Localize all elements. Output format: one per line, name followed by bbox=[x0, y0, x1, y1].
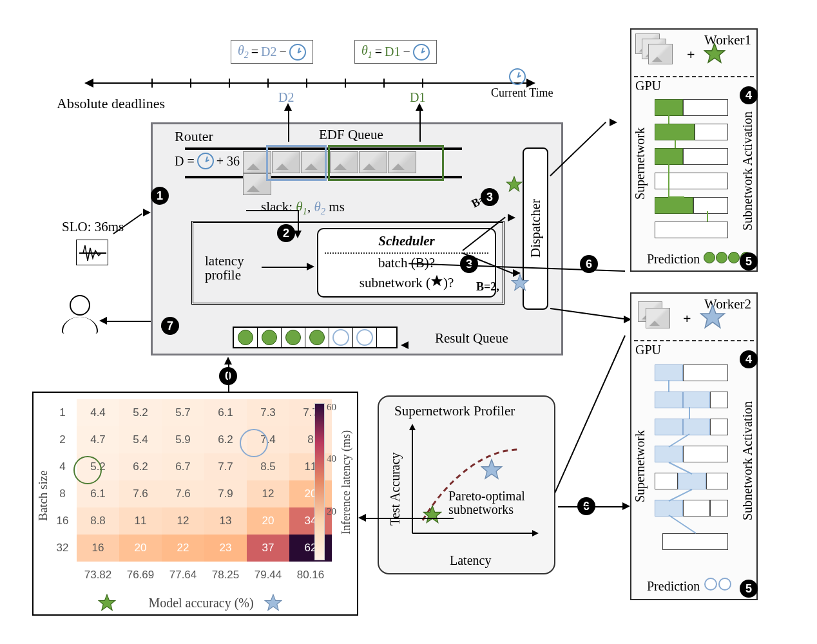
activation-label: Subnetwork Activation bbox=[740, 94, 755, 249]
badge-4: 4 bbox=[740, 350, 758, 368]
scheduler-subnet-q: subnetwork ()? bbox=[318, 274, 495, 291]
heatmap-cell: 7.7 bbox=[289, 399, 332, 426]
worker2: Worker2 + GPU Supernetwork Subnetwork Ac… bbox=[630, 292, 758, 600]
pred-dot-green bbox=[728, 252, 740, 263]
batch-image bbox=[648, 44, 673, 64]
slo-wave-icon bbox=[76, 240, 108, 265]
result-dot-green bbox=[262, 330, 277, 345]
result-queue-label: Result Queue bbox=[435, 330, 508, 346]
svg-marker-10 bbox=[481, 459, 501, 478]
worker1: Worker1 + GPU Supernetwork Subnetwork Ac… bbox=[630, 28, 758, 272]
heatmap-ylabel: Batch size bbox=[36, 431, 50, 560]
clock-icon bbox=[509, 68, 526, 85]
heatmap-cell: 62 bbox=[289, 535, 332, 562]
heatmap-cell: 37 bbox=[247, 535, 289, 562]
latency-profile-label: latency profile bbox=[205, 254, 244, 282]
theta2-box: θ2 = D2 − bbox=[231, 40, 313, 64]
svg-marker-3 bbox=[704, 43, 724, 62]
badge-5: 5 bbox=[740, 252, 758, 270]
heatmap-cell: 7.7 bbox=[204, 453, 247, 480]
pred-dot-blue bbox=[718, 578, 731, 591]
heatmap-cell: 20 bbox=[247, 507, 289, 535]
heatmap-xlabel: Model accuracy (%) bbox=[117, 596, 285, 611]
profiler-xlabel: Latency bbox=[450, 553, 491, 568]
heatmap-cell: 7.6 bbox=[162, 480, 204, 507]
heatmap-cell: 4.7 bbox=[77, 426, 119, 453]
result-dot-green bbox=[285, 330, 301, 345]
edf-queue-label: EDF Queue bbox=[319, 127, 383, 143]
heatmap-cell: 34 bbox=[289, 507, 332, 535]
profiler-ylabel: Test Accuracy bbox=[388, 440, 403, 537]
plus-icon: + bbox=[687, 46, 695, 63]
heatmap-cell: 16 bbox=[77, 535, 119, 562]
supernetwork-label: Supernetwork bbox=[633, 415, 648, 518]
heatmap-cell: 5.2 bbox=[119, 399, 162, 426]
heatmap-table: 14.45.25.76.17.37.724.75.45.96.27.4845.2… bbox=[52, 399, 332, 589]
svg-marker-8 bbox=[409, 424, 416, 430]
result-dot-green bbox=[238, 330, 253, 345]
star-icon bbox=[430, 275, 443, 290]
result-dot-green bbox=[309, 330, 325, 345]
star-green-icon bbox=[423, 505, 442, 524]
badge-2: 2 bbox=[277, 224, 295, 242]
star-blue-icon bbox=[264, 594, 282, 612]
activation-label: Subnetwork Activation bbox=[740, 371, 755, 551]
supernetwork-label: Supernetwork bbox=[633, 112, 648, 215]
heatmap: Batch size 14.45.25.76.17.37.724.75.45.9… bbox=[32, 392, 358, 616]
heatmap-cell: 11 bbox=[119, 507, 162, 535]
clock-icon bbox=[197, 153, 214, 169]
svg-marker-0 bbox=[431, 275, 443, 287]
heatmap-cell: 5.4 bbox=[119, 426, 162, 453]
heatmap-cell: 20 bbox=[289, 480, 332, 507]
batch-image bbox=[646, 308, 670, 328]
result-dot-blue bbox=[332, 329, 349, 346]
heatmap-cell: 12 bbox=[162, 507, 204, 535]
badge-5: 5 bbox=[740, 580, 758, 598]
heatmap-cell: 13 bbox=[204, 507, 247, 535]
edf-group-theta2 bbox=[266, 145, 327, 181]
pred-dot-blue bbox=[704, 578, 717, 591]
star-green-icon bbox=[98, 594, 116, 612]
clock-icon bbox=[413, 44, 430, 61]
heatmap-cell: 5.7 bbox=[162, 399, 204, 426]
svg-marker-9 bbox=[423, 506, 441, 522]
star-green-icon bbox=[506, 176, 523, 193]
heatmap-cell: 20 bbox=[119, 535, 162, 562]
deadline-eq: D = + 36 bbox=[175, 153, 240, 169]
clock-icon bbox=[289, 44, 306, 61]
heatmap-cell: 7.3 bbox=[247, 399, 289, 426]
result-dot-blue bbox=[356, 329, 373, 346]
badge-3: 3 bbox=[460, 255, 478, 273]
profiler-legend: Pareto-optimal subnetworks bbox=[448, 489, 525, 516]
heatmap-cell: 4.4 bbox=[77, 399, 119, 426]
profiler-title: Supernetwork Profiler bbox=[394, 403, 515, 419]
colorbar-label: Inference latency (ms) bbox=[340, 408, 353, 556]
heatmap-cell: 22 bbox=[162, 535, 204, 562]
heatmap-cell: 23 bbox=[204, 535, 247, 562]
star-blue-icon bbox=[700, 304, 726, 330]
badge-1: 1 bbox=[151, 187, 169, 205]
star-green-icon bbox=[704, 43, 726, 64]
scheduler-panel: latency profile Scheduler batch (B)? sub… bbox=[191, 221, 505, 305]
heatmap-cell: 6.1 bbox=[204, 399, 247, 426]
heatmap-cell: 7.9 bbox=[204, 480, 247, 507]
svg-marker-1 bbox=[506, 176, 522, 191]
prediction-label: Prediction bbox=[647, 578, 731, 594]
edf-group-theta1 bbox=[328, 145, 444, 181]
pred-dot-green bbox=[716, 252, 727, 263]
supernetwork-profiler: Supernetwork Profiler Test Accuracy Late… bbox=[378, 395, 555, 574]
gpu-label: GPU bbox=[635, 343, 661, 357]
svg-marker-7 bbox=[532, 530, 539, 536]
heatmap-highlight-blue bbox=[240, 429, 268, 457]
heatmap-cell: 8.5 bbox=[247, 453, 289, 480]
heatmap-cell: 8 bbox=[289, 426, 332, 453]
slack-label: slack: θ1, θ2 ms bbox=[261, 199, 345, 217]
svg-marker-11 bbox=[99, 594, 115, 611]
router-title: Router bbox=[175, 128, 213, 145]
plus-icon: + bbox=[683, 310, 691, 327]
router: Router EDF Queue D = + 36 slack: θ1, θ2 … bbox=[151, 122, 563, 355]
theta1-box: θ1 = D1 − bbox=[354, 40, 437, 64]
badge-3: 3 bbox=[481, 188, 499, 206]
heatmap-cell: 8.8 bbox=[77, 507, 119, 535]
heatmap-cell: 5.9 bbox=[162, 426, 204, 453]
